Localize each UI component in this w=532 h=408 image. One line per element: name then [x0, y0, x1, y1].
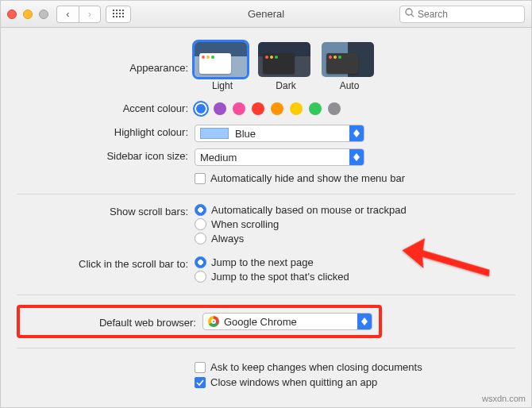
appearance-option-label: Dark: [258, 80, 314, 91]
default-browser-row: Default web browser: Google Chrome: [110, 305, 515, 338]
dropdown-arrows-icon: [349, 125, 364, 141]
svg-rect-5: [116, 13, 118, 14]
ask-keep-changes-option[interactable]: Ask to keep changes when closing documen…: [195, 361, 515, 373]
close-windows-option[interactable]: Close windows when quitting an app: [195, 376, 515, 388]
watermark: wsxdn.com: [482, 394, 526, 403]
highlight-label: Highlight colour:: [17, 125, 195, 138]
show-all-button[interactable]: [106, 6, 131, 23]
forward-button[interactable]: ›: [79, 6, 101, 23]
search-input[interactable]: [418, 9, 519, 20]
search-icon: [405, 8, 414, 20]
appearance-option-dark[interactable]: Dark: [258, 42, 314, 91]
checkbox-label: Close windows when quitting an app: [210, 376, 377, 388]
annotation-highlight-box: Default web browser: Google Chrome: [17, 305, 382, 338]
scroll-option-auto[interactable]: Automatically based on mouse or trackpad: [195, 204, 515, 216]
separator: [17, 294, 515, 295]
search-field[interactable]: [399, 6, 525, 23]
checkbox-unchecked-icon: [195, 173, 206, 184]
radio-checked-icon: [195, 256, 206, 268]
menubar-autohide-label: Automatically hide and show the menu bar: [210, 172, 405, 184]
checkbox-unchecked-icon: [195, 362, 206, 373]
radio-label: When scrolling: [211, 218, 279, 230]
radio-label: Automatically based on mouse or trackpad: [211, 204, 407, 216]
svg-rect-4: [113, 13, 114, 14]
accent-colour-option[interactable]: [328, 102, 341, 115]
dropdown-arrows-icon: [349, 149, 364, 165]
checkbox-label: Ask to keep changes when closing documen…: [210, 361, 422, 373]
preferences-window: ‹ › General Appearance: Light: [0, 0, 532, 408]
accent-colour-option[interactable]: [214, 102, 226, 115]
closing-options-row: Ask to keep changes when closing documen…: [17, 358, 515, 390]
click-scroll-label: Click in the scroll bar to:: [17, 256, 195, 270]
radio-label: Jump to the next page: [211, 256, 314, 268]
accent-colour-option[interactable]: [309, 102, 322, 115]
scroll-option-scrolling[interactable]: When scrolling: [195, 218, 515, 230]
svg-point-12: [406, 9, 412, 15]
traffic-lights: [7, 10, 48, 19]
svg-rect-3: [122, 10, 124, 11]
sidebar-icon-size-select[interactable]: Medium: [195, 148, 364, 166]
separator: [17, 194, 515, 194]
radio-checked-icon: [195, 204, 206, 216]
highlight-row: Highlight colour: Blue: [17, 125, 515, 142]
sidebar-size-label: Sidebar icon size:: [17, 148, 195, 162]
accent-label: Accent colour:: [17, 101, 195, 114]
accent-colour-option[interactable]: [271, 102, 283, 115]
chrome-icon: [208, 316, 219, 327]
grid-icon: [113, 10, 124, 19]
highlight-colour-select[interactable]: Blue: [195, 125, 364, 142]
close-window-button[interactable]: [7, 10, 17, 19]
radio-label: Always: [211, 233, 244, 244]
checkbox-checked-icon: [195, 377, 206, 388]
scroll-bars-label: Show scroll bars:: [17, 204, 195, 217]
svg-line-13: [411, 14, 414, 17]
content-area: Appearance: Light Dark Auto Accent colou…: [1, 28, 531, 407]
radio-unchecked-icon: [195, 218, 206, 230]
colour-swatch: [200, 128, 229, 139]
chevron-left-icon: ‹: [66, 8, 69, 20]
sidebar-size-value: Medium: [200, 152, 237, 164]
accent-row: Accent colour:: [17, 101, 515, 115]
appearance-row: Appearance: Light Dark Auto: [17, 42, 515, 91]
appearance-option-label: Light: [195, 80, 250, 91]
appearance-option-light[interactable]: Light: [195, 42, 250, 91]
zoom-window-button[interactable]: [39, 10, 48, 19]
default-browser-label: Default web browser:: [26, 315, 202, 329]
sidebar-size-row: Sidebar icon size: Medium Automatically …: [17, 148, 515, 186]
svg-rect-2: [119, 10, 121, 11]
radio-unchecked-icon: [195, 271, 206, 283]
chevron-right-icon: ›: [88, 8, 91, 20]
scroll-option-always[interactable]: Always: [195, 233, 515, 244]
svg-rect-9: [116, 16, 118, 17]
accent-colour-option[interactable]: [252, 102, 264, 115]
svg-rect-10: [119, 16, 121, 17]
nav-buttons: ‹ ›: [56, 6, 101, 23]
svg-rect-7: [122, 13, 124, 14]
default-browser-select[interactable]: Google Chrome: [202, 313, 372, 330]
accent-colour-option[interactable]: [290, 102, 303, 115]
menubar-autohide-option[interactable]: Automatically hide and show the menu bar: [195, 172, 515, 184]
radio-label: Jump to the spot that's clicked: [211, 271, 349, 283]
svg-rect-8: [113, 16, 114, 17]
separator: [17, 348, 515, 348]
svg-rect-6: [119, 13, 121, 14]
svg-rect-11: [122, 16, 124, 17]
titlebar: ‹ › General: [1, 1, 531, 28]
appearance-option-label: Auto: [322, 80, 377, 91]
accent-colour-option[interactable]: [233, 102, 245, 115]
svg-rect-0: [113, 10, 114, 11]
minimize-window-button[interactable]: [23, 10, 33, 19]
accent-colour-option[interactable]: [193, 101, 209, 117]
svg-rect-1: [116, 10, 118, 11]
default-browser-value: Google Chrome: [224, 316, 297, 328]
back-button[interactable]: ‹: [56, 6, 79, 23]
radio-unchecked-icon: [195, 233, 206, 244]
dropdown-arrows-icon: [357, 314, 372, 329]
highlight-value: Blue: [235, 128, 256, 140]
appearance-label: Appearance:: [17, 60, 195, 74]
appearance-option-auto[interactable]: Auto: [322, 42, 377, 91]
